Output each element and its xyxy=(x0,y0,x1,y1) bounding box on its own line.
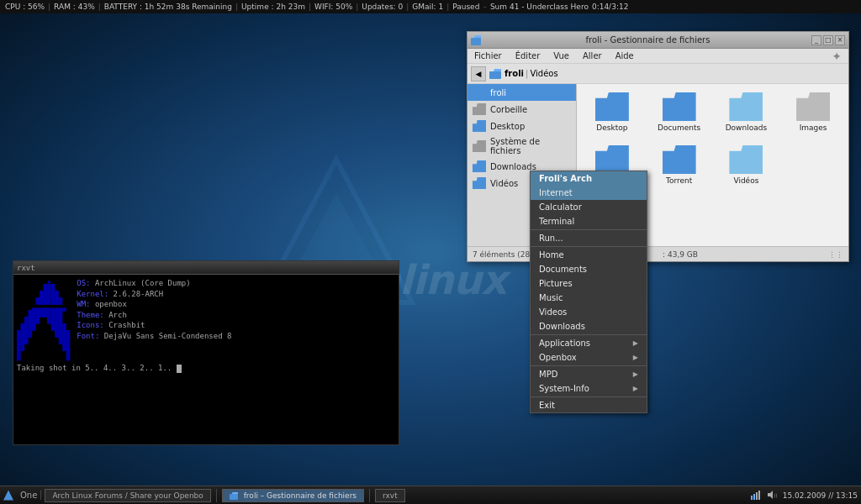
svg-rect-4 xyxy=(753,494,755,500)
battery-status: BATTERY : 1h 52m 38s Remaining xyxy=(104,3,232,11)
sidebar-item-desktop[interactable]: Desktop xyxy=(467,118,576,134)
ascii-art: ▲ ███ █████ ███████ ▄▄▄▄▄▄▄▄▄ █████████ … xyxy=(17,278,70,364)
fm-nav: ◀ froli | Vidéos xyxy=(467,64,848,84)
folder-icon xyxy=(473,87,486,98)
fm-close-btn[interactable]: × xyxy=(835,35,845,45)
fm-menu-vue[interactable]: Vue xyxy=(550,50,573,61)
svg-rect-6 xyxy=(758,491,760,500)
filemanager-window: froli - Gestionnaire de fichiers _ □ × F… xyxy=(467,31,849,262)
ctx-calculator[interactable]: Calculator xyxy=(531,200,647,214)
ram-status: RAM : 43% xyxy=(54,3,95,11)
ctx-sep2 xyxy=(531,246,647,247)
fm-controls[interactable]: _ □ × xyxy=(811,35,845,45)
paused-status: Paused xyxy=(452,3,479,11)
wifi-status: WIFI: 50% xyxy=(314,3,352,11)
folder-icon xyxy=(473,120,486,132)
taskbar: One Arch Linux Forums / Share your Openb… xyxy=(0,486,861,504)
folder-icon xyxy=(595,145,629,174)
folder-icon xyxy=(729,92,763,121)
fm-titlebar: froli - Gestionnaire de fichiers _ □ × xyxy=(467,32,848,49)
fm-menu-aide[interactable]: Aide xyxy=(612,50,637,61)
sidebar-item-filesystem[interactable]: Système de fichiers xyxy=(467,134,576,158)
fm-icon-desktop[interactable]: Desktop xyxy=(582,89,642,135)
folder-icon xyxy=(729,145,763,174)
fm-title-icon xyxy=(471,35,481,45)
fm-menu-aller[interactable]: Aller xyxy=(579,50,605,61)
fm-maximize-btn[interactable]: □ xyxy=(823,35,833,45)
taskbar-item-forums[interactable]: Arch Linux Forums / Share your Openbo xyxy=(45,489,210,502)
breadcrumb-videos[interactable]: Vidéos xyxy=(530,69,557,78)
ctx-openbox[interactable]: Openbox ▶ xyxy=(531,350,647,365)
fm-icon-downloads[interactable]: Downloads xyxy=(716,89,777,135)
svg-rect-1 xyxy=(489,71,501,79)
fm-status-size: : 43,9 GB xyxy=(663,250,698,259)
taskbar-item-filemanager[interactable]: froli – Gestionnaire de fichiers xyxy=(222,489,364,502)
ctx-sep5 xyxy=(531,396,647,397)
submenu-arrow: ▶ xyxy=(633,339,638,347)
ctx-documents[interactable]: Documents xyxy=(531,262,647,276)
uptime-status: Uptime : 2h 23m xyxy=(241,3,305,11)
ctx-sysinfo[interactable]: System-Info ▶ xyxy=(531,381,647,396)
volume-icon: )))) xyxy=(766,489,778,502)
fm-content: froli Corbeille Desktop Système de fichi… xyxy=(467,84,848,246)
ctx-run[interactable]: Run... xyxy=(531,231,647,245)
submenu-arrow: ▶ xyxy=(633,385,638,392)
ctx-exit[interactable]: Exit xyxy=(531,398,647,412)
terminal-info: OS: ArchLinux (Core Dump) Kernel: 2.6.28… xyxy=(17,278,395,342)
ctx-sep1 xyxy=(531,229,647,230)
fm-resize-handle[interactable]: ⋮⋮ xyxy=(828,250,843,259)
ctx-mpd[interactable]: MPD ▶ xyxy=(531,367,647,381)
pager-label[interactable]: One xyxy=(17,491,41,500)
fm-menu-fichier[interactable]: Fichier xyxy=(471,50,505,61)
time-progress: 0:14/3:12 xyxy=(592,3,628,11)
taskbar-item-rxvt[interactable]: rxvt xyxy=(375,489,405,502)
context-menu: Froli's Arch Internet Calculator Termina… xyxy=(530,171,647,413)
folder-icon xyxy=(663,145,696,174)
updates-status: Updates: 0 xyxy=(362,3,403,11)
cpu-status: CPU : 56% xyxy=(5,3,45,11)
svg-rect-5 xyxy=(756,492,758,500)
fm-minimize-btn[interactable]: _ xyxy=(811,35,821,45)
taskbar-sep xyxy=(216,489,217,502)
taskbar-right: )))) 15.02.2009 // 13:15 xyxy=(749,489,858,502)
ctx-sep4 xyxy=(531,365,647,366)
ctx-applications[interactable]: Applications ▶ xyxy=(531,336,647,350)
ctx-sep3 xyxy=(531,334,647,335)
svg-rect-0 xyxy=(471,38,481,45)
fm-breadcrumb: froli | Vidéos xyxy=(489,69,558,79)
ctx-home[interactable]: Home xyxy=(531,248,647,262)
ctx-frolis-arch[interactable]: Froli's Arch xyxy=(531,171,647,186)
fm-statusbar: 7 éléments (28, : 43,9 GB ⋮⋮ xyxy=(467,246,848,261)
ctx-internet[interactable]: Internet xyxy=(531,186,647,200)
fm-icon-documents[interactable]: Documents xyxy=(649,89,710,135)
folder-icon xyxy=(473,160,486,172)
ctx-pictures[interactable]: Pictures xyxy=(531,276,647,291)
fm-icon-images[interactable]: Images xyxy=(783,89,843,135)
svg-marker-7 xyxy=(768,491,773,499)
fm-title: froli - Gestionnaire de fichiers xyxy=(484,35,811,45)
terminal-body: ▲ ███ █████ ███████ ▄▄▄▄▄▄▄▄▄ █████████ … xyxy=(13,275,399,444)
ctx-downloads[interactable]: Downloads xyxy=(531,319,647,333)
fm-menubar: Fichier Éditer Vue Aller Aide ✦ xyxy=(467,49,848,64)
fm-taskbar-icon xyxy=(230,491,240,500)
submenu-arrow: ▶ xyxy=(633,370,638,378)
fm-status-items: 7 éléments (28, xyxy=(473,250,532,259)
sidebar-item-froli[interactable]: froli xyxy=(467,84,576,101)
fm-icon-videos[interactable]: Vidéos xyxy=(716,142,777,188)
ctx-music[interactable]: Music xyxy=(531,291,647,305)
sidebar-item-corbeille[interactable]: Corbeille xyxy=(467,101,576,118)
fm-back-btn[interactable]: ◀ xyxy=(471,66,486,81)
gmail-status: GMail: 1 xyxy=(412,3,443,11)
pager xyxy=(3,491,13,501)
breadcrumb-froli[interactable]: froli xyxy=(504,69,524,78)
terminal-prompt: Taking shot in 5.. 4.. 3.. 2.. 1.. xyxy=(17,364,395,373)
trash-icon xyxy=(473,103,486,115)
svg-rect-2 xyxy=(230,494,238,500)
fm-menu-editer[interactable]: Éditer xyxy=(512,50,544,61)
ctx-videos[interactable]: Videos xyxy=(531,305,647,319)
cursor xyxy=(177,365,182,373)
taskbar-clock: 15.02.2009 // 13:15 xyxy=(783,491,858,500)
fm-icon-torrent[interactable]: Torrent xyxy=(649,142,710,188)
ctx-terminal[interactable]: Terminal xyxy=(531,214,647,228)
status-bar: CPU : 56% | RAM : 43% | BATTERY : 1h 52m… xyxy=(0,0,861,13)
